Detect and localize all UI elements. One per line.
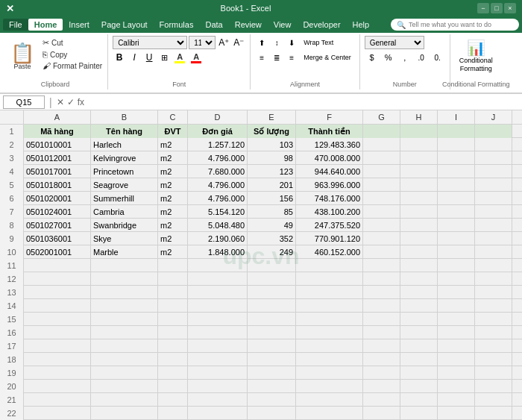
list-item[interactable]: m2	[158, 245, 188, 259]
list-item[interactable]	[438, 219, 475, 232]
increase-decimal-button[interactable]: .0	[414, 51, 429, 64]
col-header-e[interactable]: E	[248, 110, 296, 124]
list-item[interactable]	[438, 407, 475, 420]
align-right-button[interactable]: ≡	[285, 51, 298, 64]
list-item[interactable]: m2	[158, 192, 188, 205]
list-item[interactable]	[475, 138, 512, 151]
list-item[interactable]	[400, 232, 438, 245]
list-item[interactable]: Kelvingrove	[91, 151, 158, 165]
menu-item-data[interactable]: Data	[199, 19, 228, 31]
list-item[interactable]: 0501027001	[24, 219, 91, 232]
list-item[interactable]	[400, 393, 438, 407]
list-item[interactable]	[475, 165, 512, 178]
list-item[interactable]	[248, 259, 296, 272]
row-num[interactable]: 8	[0, 219, 24, 232]
list-item[interactable]	[363, 219, 400, 232]
align-top-button[interactable]: ⬆	[255, 36, 268, 49]
format-painter-button[interactable]: 🖌 Format Painter	[40, 60, 104, 71]
menu-item-view[interactable]: View	[268, 19, 298, 31]
row-num[interactable]: 12	[0, 272, 24, 286]
list-item[interactable]	[400, 259, 438, 272]
list-item[interactable]	[24, 286, 91, 299]
menu-item-page-layout[interactable]: Page Layout	[95, 19, 154, 31]
list-item[interactable]	[158, 299, 188, 313]
row-num[interactable]: 11	[0, 259, 24, 272]
list-item[interactable]	[438, 138, 475, 151]
list-item[interactable]: 0501020001	[24, 192, 91, 205]
list-item[interactable]: Summerhill	[91, 192, 158, 205]
list-item[interactable]	[158, 353, 188, 366]
col-header-a[interactable]: A	[24, 110, 91, 124]
comma-button[interactable]: ,	[397, 51, 412, 64]
list-item[interactable]	[475, 245, 512, 259]
list-item[interactable]: 249	[248, 245, 296, 259]
list-item[interactable]	[248, 299, 296, 313]
list-item[interactable]	[296, 380, 363, 393]
list-item[interactable]	[158, 313, 188, 326]
menu-item-help[interactable]: Help	[347, 19, 376, 31]
row-num[interactable]: 5	[0, 178, 24, 192]
list-item[interactable]: 0501017001	[24, 165, 91, 178]
number-format-select[interactable]: General	[365, 36, 424, 49]
list-item[interactable]	[248, 407, 296, 420]
search-input[interactable]	[409, 21, 513, 28]
list-item[interactable]	[188, 353, 248, 366]
list-item[interactable]	[248, 353, 296, 366]
list-item[interactable]	[91, 286, 158, 299]
row-num[interactable]: 20	[0, 380, 24, 393]
list-item[interactable]	[158, 380, 188, 393]
list-item[interactable]	[475, 178, 512, 192]
list-item[interactable]: 201	[248, 178, 296, 192]
window-controls[interactable]: − □ ×	[477, 3, 516, 13]
row-num[interactable]: 4	[0, 165, 24, 178]
row-num[interactable]: 10	[0, 245, 24, 259]
list-item[interactable]: 4.796.000	[188, 151, 248, 165]
list-item[interactable]	[475, 205, 512, 219]
list-item[interactable]: 944.640.000	[296, 165, 363, 178]
list-item[interactable]	[24, 259, 91, 272]
menu-item-review[interactable]: Review	[229, 19, 268, 31]
list-item[interactable]	[248, 326, 296, 339]
list-item[interactable]	[188, 393, 248, 407]
list-item[interactable]	[475, 192, 512, 205]
list-item[interactable]	[475, 393, 512, 407]
list-item[interactable]: 4.796.000	[188, 192, 248, 205]
list-item[interactable]	[91, 339, 158, 353]
list-item[interactable]: m2	[158, 232, 188, 245]
list-item[interactable]	[296, 313, 363, 326]
row-num[interactable]: 9	[0, 232, 24, 245]
list-item[interactable]: Princetown	[91, 165, 158, 178]
menu-item-developer[interactable]: Developer	[297, 19, 346, 31]
list-item[interactable]	[438, 299, 475, 313]
list-item[interactable]	[400, 125, 438, 138]
list-item[interactable]: Swanbridge	[91, 219, 158, 232]
percent-style-button[interactable]: %	[381, 51, 396, 64]
list-item[interactable]: 963.996.000	[296, 178, 363, 192]
list-item[interactable]	[363, 299, 400, 313]
list-item[interactable]	[158, 393, 188, 407]
list-item[interactable]	[400, 339, 438, 353]
row-num[interactable]: 18	[0, 353, 24, 366]
list-item[interactable]	[400, 353, 438, 366]
list-item[interactable]	[363, 178, 400, 192]
formula-input[interactable]	[87, 98, 519, 107]
list-item[interactable]	[400, 151, 438, 165]
list-item[interactable]: 7.680.000	[188, 165, 248, 178]
list-item[interactable]: 2.190.060	[188, 232, 248, 245]
list-item[interactable]	[438, 259, 475, 272]
list-item[interactable]: Harlech	[91, 138, 158, 151]
search-bar[interactable]: 🔍	[391, 19, 519, 31]
list-item[interactable]	[400, 245, 438, 259]
list-item[interactable]	[438, 272, 475, 286]
list-item[interactable]	[91, 299, 158, 313]
list-item[interactable]	[91, 366, 158, 380]
list-item[interactable]	[438, 245, 475, 259]
list-item[interactable]	[296, 339, 363, 353]
font-name-select[interactable]: Calibri	[113, 36, 187, 49]
list-item[interactable]: m2	[158, 219, 188, 232]
list-item[interactable]	[158, 339, 188, 353]
list-item[interactable]	[363, 326, 400, 339]
align-middle-button[interactable]: ↕	[270, 36, 283, 49]
list-item[interactable]	[400, 407, 438, 420]
list-item[interactable]: Seagrove	[91, 178, 158, 192]
